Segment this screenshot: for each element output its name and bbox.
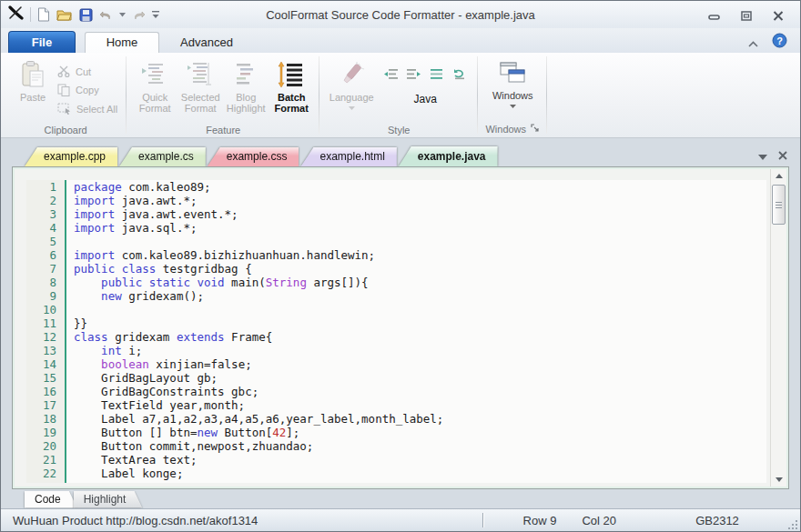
code-text: Button commit,newpost,zhuandao; xyxy=(65,439,313,453)
line-number: 5 xyxy=(26,235,65,248)
blog-highlight-button[interactable]: Blog Highlight xyxy=(223,56,269,122)
file-tab[interactable]: example.css xyxy=(208,147,299,166)
paste-icon xyxy=(19,60,46,89)
customize-toolbar-icon[interactable] xyxy=(152,11,159,19)
file-tab-label: example.java xyxy=(418,150,486,163)
close-button[interactable] xyxy=(773,10,784,24)
maximize-button[interactable] xyxy=(741,10,752,24)
code-line: 8 public static void main(String args[])… xyxy=(26,276,766,289)
copy-icon xyxy=(57,84,71,96)
window-title: CoolFormat Source Code Formatter - examp… xyxy=(174,8,627,22)
reset-style-icon[interactable] xyxy=(451,67,467,84)
tab-code-view[interactable]: Code xyxy=(25,491,77,508)
code-text: TextField year,month; xyxy=(65,398,245,412)
code-line: 13 int i; xyxy=(26,344,766,357)
language-button[interactable]: Language xyxy=(325,56,378,122)
line-number: 12 xyxy=(26,330,65,344)
file-tab[interactable]: example.cpp xyxy=(25,147,117,166)
ribbon-group-style: Language Ja xyxy=(319,53,478,137)
help-icon[interactable]: ? xyxy=(772,33,787,51)
collapse-ribbon-icon[interactable] xyxy=(748,36,758,50)
new-file-button[interactable] xyxy=(37,7,50,22)
tab-home[interactable]: Home xyxy=(85,32,159,53)
windows-label: Windows xyxy=(492,90,533,101)
minimize-button[interactable] xyxy=(708,10,720,24)
close-tab-icon[interactable] xyxy=(778,149,787,163)
copy-button[interactable]: Copy xyxy=(57,84,117,96)
align-lines-icon[interactable] xyxy=(429,67,444,84)
code-line: 6import com.kaleo89.bizhizhuanhuan.handl… xyxy=(26,248,766,262)
open-file-button[interactable] xyxy=(56,8,73,22)
code-text: }} xyxy=(65,316,87,330)
windows-dropdown-icon xyxy=(510,105,516,108)
line-number: 3 xyxy=(26,207,65,221)
tab-advanced[interactable]: Advanced xyxy=(165,32,248,53)
windows-button[interactable]: Windows xyxy=(483,56,542,122)
quick-format-button[interactable]: Quick Format xyxy=(132,56,177,122)
ribbon-group-clipboard: Paste Cut Copy Select All Clipboard xyxy=(5,53,127,137)
title-bar: CoolFormat Source Code Formatter - examp… xyxy=(1,1,800,28)
file-tab[interactable]: example.java xyxy=(399,146,498,166)
status-row: Row 9 xyxy=(523,514,557,527)
select-all-icon xyxy=(57,103,72,115)
selected-format-button[interactable]: Selected Format xyxy=(177,56,223,122)
code-line: 18 Label a7,a1,a2,a3,a4,a5,a6,year_label… xyxy=(26,412,766,426)
file-tab-controls xyxy=(758,149,787,163)
select-all-button[interactable]: Select All xyxy=(57,103,117,115)
svg-text:?: ? xyxy=(776,35,783,46)
ribbon-group-windows: Windows Windows xyxy=(478,53,547,137)
file-tab-label: example.cpp xyxy=(44,150,106,163)
line-number: 18 xyxy=(26,412,65,426)
code-line: 9 new gridexam(); xyxy=(26,289,766,303)
batch-format-label: Batch Format xyxy=(269,92,314,114)
scroll-down-icon[interactable] xyxy=(772,473,786,487)
indent-style-icon[interactable] xyxy=(383,67,399,84)
status-cursor-position: Row 9 Col 20 xyxy=(483,514,649,527)
ribbon-group-feature: Quick Format Selected Format xyxy=(127,53,319,137)
paste-button[interactable]: Paste xyxy=(10,56,56,122)
ribbon-tab-row: File Home Advanced ? xyxy=(1,28,800,53)
code-editor[interactable]: 1package com.kaleo89;2import java.awt.*;… xyxy=(12,166,789,489)
status-encoding: GB2312 xyxy=(649,514,786,527)
code-text: GridBagLayout gb; xyxy=(65,371,218,385)
code-line: 17 TextField year,month; xyxy=(26,398,766,412)
redo-button[interactable] xyxy=(132,9,146,21)
save-file-button[interactable] xyxy=(79,8,93,22)
tab-list-dropdown-icon[interactable] xyxy=(758,149,767,163)
code-line: 19 Button [] btn=new Button[42]; xyxy=(26,426,766,439)
feature-group-label: Feature xyxy=(127,125,319,136)
code-text: public static void main(String args[]){ xyxy=(65,276,369,289)
status-product-text: WuHuan Product http://blog.csdn.net/akof… xyxy=(1,514,482,527)
code-text: class gridexam extends Frame{ xyxy=(65,330,272,344)
scroll-up-icon[interactable] xyxy=(772,169,786,183)
file-tab[interactable]: example.cs xyxy=(119,147,206,166)
scrollbar-grip xyxy=(776,202,782,208)
file-tab-label: example.html xyxy=(319,150,384,163)
windows-dialog-launcher-icon[interactable] xyxy=(531,122,540,136)
resize-grip[interactable] xyxy=(786,509,800,532)
file-tab[interactable]: example.html xyxy=(300,147,396,166)
outdent-style-icon[interactable] xyxy=(406,67,421,84)
select-all-label: Select All xyxy=(76,104,117,115)
scrollbar-thumb[interactable] xyxy=(772,185,786,225)
selected-format-icon xyxy=(186,60,215,89)
batch-format-button[interactable]: Batch Format xyxy=(269,56,314,122)
line-number: 14 xyxy=(26,357,65,371)
cut-button[interactable]: Cut xyxy=(57,65,117,77)
line-number: 20 xyxy=(26,439,65,453)
windows-group-label: Windows xyxy=(478,122,547,136)
code-line: 5 xyxy=(26,235,766,248)
undo-dropdown-icon[interactable] xyxy=(119,13,126,17)
code-text: import java.sql.*; xyxy=(65,221,197,235)
tab-highlight-view[interactable]: Highlight xyxy=(74,491,143,508)
code-lines[interactable]: 1package com.kaleo89;2import java.awt.*;… xyxy=(26,180,766,483)
app-logo-icon xyxy=(8,5,24,24)
file-tab-strip: example.cppexample.csexample.cssexample.… xyxy=(25,145,500,166)
code-text: boolean xinjian=false; xyxy=(65,357,252,371)
vertical-scrollbar[interactable] xyxy=(770,169,786,487)
style-current-language[interactable]: Java xyxy=(414,93,437,105)
undo-button[interactable] xyxy=(99,9,113,21)
language-icon xyxy=(337,60,366,89)
file-menu-button[interactable]: File xyxy=(8,31,76,53)
code-line: 2import java.awt.*; xyxy=(26,194,766,207)
